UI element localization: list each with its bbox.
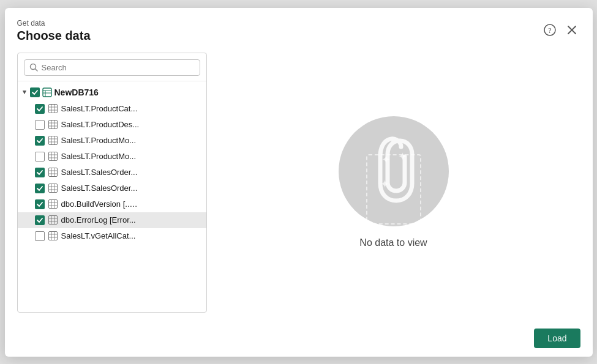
search-box-wrap (18, 53, 206, 81)
svg-rect-30 (48, 168, 57, 177)
dashed-rect (366, 154, 421, 225)
dialog-body: ▾ NewDB716 (5, 43, 593, 322)
sparkle-icon-tr: ✦ (398, 150, 407, 163)
paperclip-wrap: ✦ ✦ ✦ (369, 135, 418, 208)
tree-item[interactable]: SalesLT.ProductDes... (18, 117, 206, 133)
tree-root[interactable]: ▾ NewDB716 (18, 84, 206, 101)
search-icon (29, 63, 38, 72)
checkbox-empty[interactable] (35, 120, 45, 130)
svg-rect-15 (48, 121, 57, 129)
search-input[interactable] (42, 63, 195, 72)
checkbox-empty[interactable] (35, 231, 45, 241)
tree-item-label: SalesLT.SalesOrder... (61, 184, 138, 193)
tree-item-label: SalesLT.vGetAllCat... (61, 231, 136, 240)
dialog-header-right: ? (541, 21, 580, 39)
svg-text:?: ? (548, 26, 551, 35)
tree-item[interactable]: SalesLT.SalesOrder... (18, 165, 206, 180)
sparkle-icon-tl: ✦ (381, 153, 391, 166)
checkbox-checked[interactable] (35, 136, 45, 146)
help-button[interactable]: ? (541, 21, 558, 39)
tree-item[interactable]: SalesLT.ProductMo... (18, 149, 206, 165)
tree-item-label: SalesLT.ProductMo... (61, 136, 137, 145)
tree-list: ▾ NewDB716 (18, 81, 206, 312)
table-icon (48, 104, 58, 113)
tree-items-container: SalesLT.ProductCat... SalesLT.ProductDes… (18, 101, 206, 244)
dialog-header-left: Get data Choose data (17, 19, 91, 43)
search-box (24, 59, 200, 76)
svg-rect-35 (48, 184, 57, 193)
tree-item-label: SalesLT.SalesOrder... (61, 168, 138, 177)
table-icon (48, 199, 58, 209)
tree-item[interactable]: SalesLT.ProductMo... (18, 133, 206, 149)
left-panel: ▾ NewDB716 (17, 53, 207, 313)
close-button[interactable] (563, 21, 580, 39)
right-panel: ✦ ✦ ✦ No data to view (207, 53, 580, 313)
no-data-label: No data to view (359, 237, 427, 248)
checkbox-checked[interactable] (35, 215, 45, 225)
svg-rect-40 (48, 200, 57, 209)
svg-rect-25 (48, 152, 57, 161)
tree-item[interactable]: SalesLT.SalesOrder... (18, 180, 206, 196)
table-icon (48, 215, 58, 225)
svg-rect-20 (48, 136, 57, 145)
sparkle-icon-bl: ✦ (380, 177, 389, 191)
table-icon (48, 136, 58, 145)
checkbox-checked[interactable] (35, 199, 45, 209)
dialog-header: Get data Choose data ? (5, 8, 593, 43)
svg-line-5 (35, 69, 37, 72)
load-button[interactable]: Load (534, 329, 580, 348)
chevron-icon: ▾ (23, 88, 26, 96)
svg-rect-45 (48, 216, 57, 225)
dialog-subtitle: Get data (17, 19, 91, 28)
tree-item-label: SalesLT.ProductDes... (61, 120, 140, 129)
db-checkbox-checked[interactable] (30, 87, 40, 97)
no-data-illustration: ✦ ✦ ✦ (339, 116, 449, 226)
dialog-footer: Load (5, 322, 593, 357)
tree-item-label: dbo.ErrorLog [Error... (61, 215, 136, 225)
checkbox-checked[interactable] (35, 104, 45, 114)
checkbox-checked[interactable] (35, 184, 45, 193)
table-icon (48, 120, 58, 129)
svg-rect-50 (48, 232, 57, 240)
dialog-title: Choose data (17, 29, 91, 43)
tree-item-label: SalesLT.ProductMo... (61, 152, 137, 161)
svg-rect-6 (43, 88, 51, 97)
svg-rect-10 (48, 105, 57, 113)
database-icon (42, 87, 52, 97)
tree-item[interactable]: SalesLT.vGetAllCat... (18, 228, 206, 244)
table-icon (48, 168, 58, 177)
tree-item-label: dbo.BuildVersion [..… (61, 199, 138, 209)
table-icon (48, 231, 58, 240)
checkbox-empty[interactable] (35, 152, 45, 162)
table-icon (48, 152, 58, 161)
dialog: Get data Choose data ? (5, 8, 593, 357)
table-icon (48, 184, 58, 193)
tree-item-label: SalesLT.ProductCat... (61, 104, 138, 113)
db-name-label: NewDB716 (54, 87, 99, 97)
tree-item[interactable]: dbo.ErrorLog [Error... (18, 212, 206, 228)
tree-item[interactable]: dbo.BuildVersion [..… (18, 196, 206, 212)
checkbox-checked[interactable] (35, 168, 45, 177)
tree-item[interactable]: SalesLT.ProductCat... (18, 101, 206, 117)
